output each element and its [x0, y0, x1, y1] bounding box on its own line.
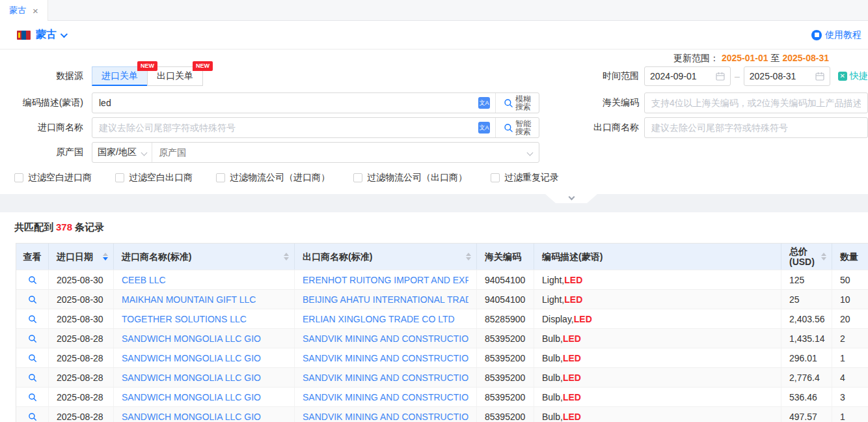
view-button[interactable]: [16, 290, 49, 309]
exporter-link[interactable]: ERENHOT RUITONG IMPORT AND EXPORT ...: [303, 275, 468, 285]
table-row: 2025-08-28SANDWICH MONGOLIA LLC GIOSANDV…: [16, 367, 868, 387]
exporter-link[interactable]: SANDVIK MINING AND CONSTRUCTION L...: [303, 392, 468, 402]
fuzzy-search-button[interactable]: 模糊 搜索: [496, 93, 539, 113]
importer-link[interactable]: SANDWICH MONGOLIA LLC GIO: [122, 333, 261, 344]
col-code-desc: 编码描述(蒙语): [534, 244, 781, 270]
hs-code-field: [644, 92, 868, 113]
sort-icon[interactable]: [817, 253, 826, 260]
col-exporter[interactable]: 出口商名称(标准): [295, 244, 477, 270]
importer-cell: TOGETHER SOLUTIONS LLC: [114, 309, 295, 328]
tab-mongolia[interactable]: 蒙古 ×: [0, 0, 48, 21]
quick-select-button[interactable]: ✕ 快捷: [838, 70, 868, 82]
view-button[interactable]: [16, 329, 49, 348]
view-button[interactable]: [16, 348, 49, 367]
tutorial-label: 使用教程: [825, 29, 861, 41]
importer-link[interactable]: SANDWICH MONGOLIA LLC GIO: [122, 373, 261, 383]
qty-cell: 1: [832, 407, 868, 422]
close-icon[interactable]: ×: [33, 6, 38, 16]
end-date-field[interactable]: [744, 66, 830, 86]
origin-type-select[interactable]: 国家/地区: [92, 143, 152, 162]
translate-icon[interactable]: 文A: [478, 122, 490, 134]
view-button[interactable]: [16, 270, 49, 289]
origin-input[interactable]: [152, 147, 528, 158]
exporter-link[interactable]: BEIJING AHATU INTERNATIONAL TRADE C...: [303, 294, 468, 305]
exporter-field: [644, 117, 868, 138]
code-desc-cell: Light, LED: [534, 290, 781, 309]
start-date-input[interactable]: [650, 71, 713, 81]
new-badge: NEW: [137, 61, 157, 71]
page-header: 蒙古 使用教程: [0, 21, 868, 49]
checkbox-filter-logistics-exporter[interactable]: 过滤物流公司（出口商）: [353, 172, 467, 184]
exporter-link[interactable]: SANDVIK MINING AND CONSTRUCTION L...: [303, 353, 468, 363]
importer-link[interactable]: SANDWICH MONGOLIA LLC GIO: [122, 412, 261, 422]
view-button[interactable]: [16, 309, 49, 328]
view-icon: [28, 295, 37, 304]
checkbox-filter-blank-importer[interactable]: 过滤空白进口商: [14, 172, 92, 184]
import-date-cell: 2025-08-28: [49, 387, 114, 406]
importer-link[interactable]: CEEB LLC: [122, 275, 166, 285]
col-total-usd[interactable]: 总价 (USD): [781, 244, 832, 270]
desc-text: Bulb,: [542, 412, 563, 422]
desc-text: Bulb,: [542, 373, 563, 383]
importer-link[interactable]: MAIKHAN MOUNTAIN GIFT LLC: [122, 294, 256, 305]
checkbox-filter-duplicates[interactable]: 过滤重复记录: [491, 172, 559, 184]
importer-cell: SANDWICH MONGOLIA LLC GIO: [114, 348, 295, 367]
checkbox-icon: [353, 173, 362, 182]
importer-link[interactable]: TOGETHER SOLUTIONS LLC: [122, 314, 247, 324]
exporter-link[interactable]: SANDVIK MINING AND CONSTRUCTION L...: [303, 333, 468, 344]
match-prefix: 共匹配到: [14, 221, 53, 232]
importer-link[interactable]: SANDWICH MONGOLIA LLC GIO: [122, 353, 261, 363]
checkbox-label: 过滤空白进口商: [28, 172, 92, 184]
exporter-input[interactable]: [645, 122, 867, 133]
origin-label: 原产国: [0, 147, 83, 158]
sort-icon[interactable]: [99, 253, 108, 260]
importer-link[interactable]: SANDWICH MONGOLIA LLC GIO: [122, 392, 261, 402]
search-icon: [504, 123, 513, 133]
checkbox-label: 过滤物流公司（进口商）: [230, 172, 330, 184]
collapse-button[interactable]: [545, 194, 597, 203]
col-import-date[interactable]: 进口日期: [49, 244, 114, 270]
calendar-icon: [716, 72, 725, 81]
results-table: 查看 进口日期 进口商名称(标准) 出口商名称(标准) 海关编码: [16, 243, 868, 422]
import-date-cell: 2025-08-28: [49, 407, 114, 422]
sort-icon[interactable]: [462, 253, 471, 260]
desc-text: Light,: [542, 275, 564, 285]
hs-code-cell: 85395200: [477, 387, 534, 406]
checkbox-filter-logistics-importer[interactable]: 过滤物流公司（进口商）: [216, 172, 330, 184]
start-date-field[interactable]: [644, 66, 731, 86]
checkbox-icon: [115, 173, 124, 182]
col-importer[interactable]: 进口商名称(标准): [114, 244, 295, 270]
sort-icon[interactable]: [280, 253, 289, 260]
desc-highlight: LED: [563, 373, 581, 383]
view-icon: [28, 354, 37, 363]
view-button[interactable]: [16, 387, 49, 406]
exporter-cell: SANDVIK MINING AND CONSTRUCTION L...: [295, 329, 477, 348]
code-desc-cell: Bulb, LED: [534, 407, 781, 422]
hs-code-input[interactable]: [645, 98, 867, 108]
smart-search-button[interactable]: 智能 搜索: [496, 118, 539, 137]
checkbox-filter-blank-exporter[interactable]: 过滤空白出口商: [115, 172, 193, 184]
end-date-input[interactable]: [750, 71, 813, 81]
exporter-link[interactable]: ERLIAN XINGLONG TRADE CO LTD: [303, 314, 455, 324]
table-row: 2025-08-28SANDWICH MONGOLIA LLC GIOSANDV…: [16, 348, 868, 367]
update-range-label: 更新范围：: [673, 53, 719, 63]
desc-text: Bulb,: [542, 392, 563, 402]
date-range-separator: –: [735, 71, 740, 81]
translate-icon[interactable]: 文A: [478, 97, 490, 109]
tutorial-link[interactable]: 使用教程: [811, 29, 863, 41]
chevron-down-icon[interactable]: [61, 30, 68, 37]
view-icon: [28, 334, 37, 343]
qty-cell: 3: [832, 387, 868, 406]
tab-import-declarations[interactable]: 进口关单 NEW: [92, 66, 148, 86]
update-range-from: 2025-01-01: [722, 53, 768, 63]
exporter-link[interactable]: SANDVIK MINING AND CONSTRUCTION L...: [303, 373, 468, 383]
view-button[interactable]: [16, 368, 49, 387]
importer-cell: SANDWICH MONGOLIA LLC GIO: [114, 368, 295, 387]
chevron-down-icon[interactable]: [527, 149, 534, 156]
view-button[interactable]: [16, 407, 49, 422]
import-date-cell: 2025-08-28: [49, 348, 114, 367]
importer-input[interactable]: [92, 118, 478, 137]
code-desc-input[interactable]: [92, 93, 478, 113]
view-icon: [28, 373, 37, 382]
exporter-link[interactable]: SANDVIK MINING AND CONSTRUCTION L...: [303, 412, 468, 422]
